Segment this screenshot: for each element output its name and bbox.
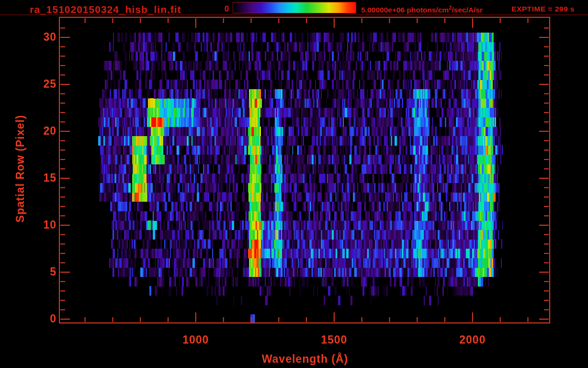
- x-axis-title: Wavelength (Å): [262, 353, 349, 366]
- x-tick-label: 1500: [305, 334, 363, 345]
- y-tick-label: 20: [28, 126, 57, 137]
- exptime-label: EXPTIME = 299 s: [511, 5, 575, 13]
- y-tick-label: 15: [28, 172, 57, 184]
- y-axis-title: Spatial Row (Pixel): [14, 115, 27, 223]
- header-separator: [0, 14, 588, 15]
- colorbar-max-value: 5.00000e+06 photons/cm: [361, 6, 449, 14]
- idl-plot-window: ra_151020150324_hisb_lin.fit 0 5.00000e+…: [0, 0, 588, 368]
- fits-filename: ra_151020150324_hisb_lin.fit: [30, 4, 181, 15]
- y-tick-label: 30: [28, 32, 57, 43]
- spectrogram-canvas: [60, 18, 549, 322]
- y-tick-label: 25: [28, 79, 57, 90]
- colorbar-gradient: [233, 2, 356, 13]
- x-tick-label: 1000: [167, 334, 225, 345]
- colorbar-min-label: 0: [216, 4, 229, 14]
- y-tick-label: 5: [28, 266, 57, 277]
- x-tick-label: 2000: [444, 334, 501, 345]
- colorbar-units-suffix: /sec/A/sr: [452, 6, 483, 14]
- y-tick-label: 10: [28, 219, 57, 230]
- y-tick-label: 0: [28, 313, 57, 324]
- colorbar-max-label: 5.00000e+06 photons/cm2/sec/A/sr: [361, 5, 483, 14]
